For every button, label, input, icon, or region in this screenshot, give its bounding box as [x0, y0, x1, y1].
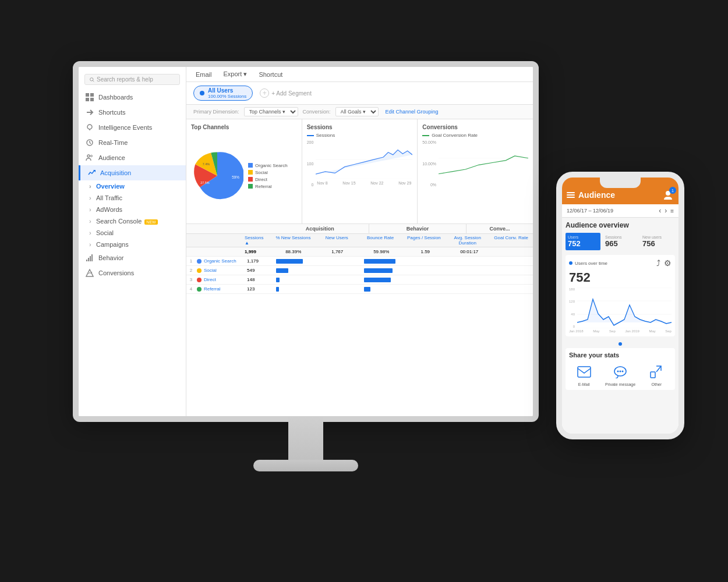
share-other[interactable]: Other: [648, 363, 665, 386]
add-segment-label: + Add Segment: [271, 90, 312, 97]
sidebar-sub-overview[interactable]: Overview: [79, 180, 186, 192]
email-share-icon: [575, 363, 593, 381]
segment-bar: All Users 100.00% Sessions + + Add Segme…: [186, 82, 533, 105]
email-button[interactable]: Email: [193, 70, 214, 79]
svg-point-7: [87, 125, 92, 129]
phone-big-number: 752: [569, 270, 672, 285]
total-pct-new: 88.39%: [271, 247, 316, 256]
sessions-bar: [276, 287, 279, 292]
sidebar-item-shortcuts[interactable]: Shortcuts: [79, 105, 186, 120]
svg-point-13: [91, 155, 93, 157]
filter-icon[interactable]: ≡: [670, 208, 674, 214]
share-private-message[interactable]: Private message: [605, 363, 635, 386]
direct-dot: [248, 177, 253, 182]
bounce-bar: [364, 287, 370, 292]
channel-label[interactable]: Direct: [203, 275, 245, 284]
clock-icon: [86, 139, 94, 147]
phone-chart-section: Users over time ⤴ ⚙ 752 180 120 40: [566, 255, 675, 336]
sidebar-sub-social[interactable]: Social: [79, 227, 186, 239]
sidebar-search[interactable]: Search reports & help: [84, 74, 180, 85]
svg-rect-5: [90, 98, 94, 101]
settings-button[interactable]: ⚙: [664, 258, 672, 268]
share-button[interactable]: ⤴: [656, 258, 660, 268]
svg-line-1: [93, 80, 94, 81]
channel-label[interactable]: Social: [203, 266, 245, 275]
conversion-select[interactable]: All Goals ▾: [335, 107, 379, 116]
next-date-button[interactable]: ›: [665, 207, 667, 215]
bulb-icon: [86, 123, 94, 132]
legend-social: Social: [248, 170, 288, 175]
segment-pill[interactable]: All Users 100.00% Sessions: [193, 86, 253, 101]
sidebar-item-acquisition[interactable]: Acquisition: [79, 165, 186, 180]
mobile-phone: Audience 1 12/06/17 – 12/06/19 ‹ › ≡: [556, 172, 684, 439]
other-share-label: Other: [652, 382, 662, 386]
metric-users[interactable]: Users 752: [566, 233, 600, 250]
notification-badge: 1: [669, 187, 676, 194]
export-button[interactable]: Export ▾: [221, 69, 250, 79]
col-new-users[interactable]: New Users: [315, 234, 359, 247]
col-bounce[interactable]: Bounce Rate: [359, 234, 402, 247]
chart-dot: [569, 261, 572, 265]
sidebar-sub-campaigns[interactable]: Campaigns: [79, 239, 186, 250]
bounce-bar: [364, 268, 393, 273]
sidebar-sub-searchconsole[interactable]: Search Console NEW: [79, 215, 186, 227]
svg-text:59%: 59%: [232, 175, 239, 179]
organic-dot: [248, 163, 253, 168]
table-row: 2 Social 549: [186, 266, 533, 275]
table-row: 3 Direct 148: [186, 275, 533, 285]
svg-text:27.5%: 27.5%: [200, 181, 209, 184]
metric-new-users[interactable]: New users 756: [640, 233, 675, 250]
svg-rect-36: [651, 372, 655, 378]
svg-point-0: [90, 77, 93, 80]
acquisition-group-header: Acquisition: [271, 224, 369, 233]
ham-line: [567, 192, 575, 193]
metric-sessions[interactable]: Sessions 965: [603, 233, 638, 250]
conversions-panel: Conversions Goal Conversion Rate 50.00% …: [418, 119, 533, 223]
sidebar-item-conversions[interactable]: Conversions: [79, 265, 186, 281]
sidebar-item-realtime[interactable]: Real-Time: [79, 135, 186, 150]
col-duration[interactable]: Avg. Session Duration: [446, 234, 489, 247]
grid-icon: [86, 93, 94, 101]
dimension-select[interactable]: Top Channels ▾: [244, 107, 298, 116]
prev-date-button[interactable]: ‹: [659, 207, 661, 215]
sidebar-item-audience[interactable]: Audience: [79, 150, 186, 165]
main-content: Email Export ▾ Shortcut All Users 100.00…: [186, 67, 533, 416]
segment-dot: [200, 91, 204, 95]
col-sessions[interactable]: Sessions ▲: [242, 234, 271, 247]
search-placeholder: Search reports & help: [97, 76, 153, 83]
share-email[interactable]: E-Mail: [575, 363, 593, 386]
phone-notch: [600, 178, 641, 188]
add-segment-button[interactable]: + + Add Segment: [260, 88, 312, 98]
data-table-section: Acquisition Behavior Conve...: [186, 224, 533, 416]
sidebar-item-intelligence[interactable]: Intelligence Events: [79, 120, 186, 135]
channel-label[interactable]: Referral: [203, 285, 245, 293]
col-pct-new[interactable]: % New Sessions: [271, 234, 315, 247]
shortcut-button[interactable]: Shortcut: [256, 70, 285, 79]
sidebar-sub-alltraffic[interactable]: All Traffic: [79, 192, 186, 204]
sessions-legend: Sessions: [307, 133, 413, 138]
phone-screen: Audience 1 12/06/17 – 12/06/19 ‹ › ≡: [562, 178, 678, 434]
sidebar-item-behavior[interactable]: Behavior: [79, 250, 186, 265]
monitor-base: [253, 460, 358, 471]
audience-overview-title: Audience overview: [566, 221, 675, 229]
bounce-bar: [364, 259, 395, 264]
legend-referral: Referral: [248, 184, 288, 189]
channel-label[interactable]: Organic Search: [203, 257, 245, 265]
phone-dot-indicator: [566, 340, 675, 348]
social-dot: [248, 170, 253, 175]
phone-chart-header: Users over time ⤴ ⚙: [569, 258, 672, 268]
edit-grouping-link[interactable]: Edit Channel Grouping: [386, 109, 439, 115]
referral-dot: [248, 184, 253, 189]
sidebar-item-dashboards[interactable]: Dashboards: [79, 90, 186, 105]
col-goal[interactable]: Goal Conv. Rate: [489, 234, 533, 247]
sessions-title: Sessions: [307, 124, 413, 130]
hamburger-menu[interactable]: [567, 192, 575, 198]
conversions-group-header: Conve...: [467, 224, 533, 233]
top-channels-title: Top Channels: [191, 124, 297, 130]
phone-metrics: Users 752 Sessions 965 New users 756: [566, 233, 675, 250]
sidebar-sub-adwords[interactable]: AdWords: [79, 204, 186, 215]
segment-sub: 100.00% Sessions: [208, 94, 246, 99]
col-pages[interactable]: Pages / Session: [402, 234, 446, 247]
legend-organic: Organic Search: [248, 163, 288, 168]
search-icon: [90, 77, 94, 82]
